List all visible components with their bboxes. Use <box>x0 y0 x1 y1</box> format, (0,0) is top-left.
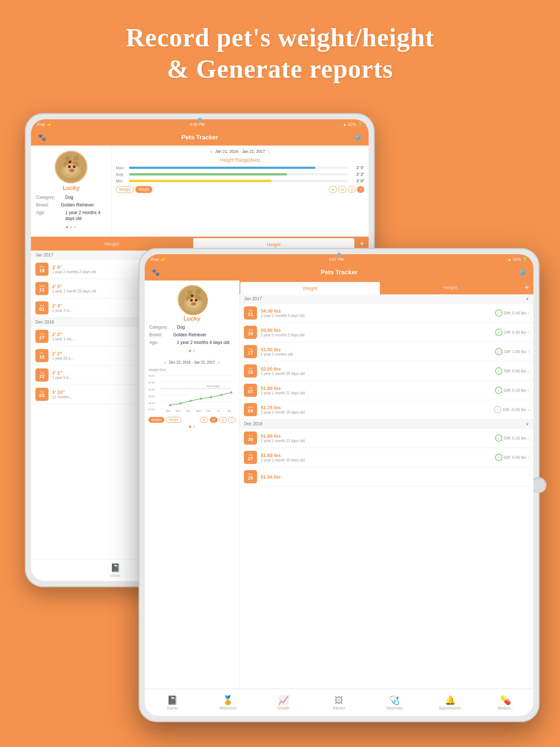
front-value-j1: 53.90 lbs <box>261 328 495 333</box>
back-weight-toggle[interactable]: Weight <box>116 186 134 193</box>
svg-text:Avg Weight: Avg Weight <box>207 385 220 388</box>
front-w-toggle[interactable]: W <box>200 417 209 423</box>
front-dec-chevron[interactable]: ∨ <box>526 421 529 426</box>
back-breed-row: Breed: Golden Retriever <box>36 202 106 208</box>
back-signal-icon: ▲ <box>343 122 347 127</box>
svg-text:Thu: Thu <box>206 410 210 412</box>
front-age-j5: 1 year 1 month 18 days old <box>261 410 494 414</box>
front-appointments-icon: 🔔 <box>445 695 456 705</box>
front-jan-item-0[interactable]: Tue 21 54.30 lbs 1 year 2 months 4 days … <box>240 303 533 323</box>
back-age-value: 1 year 2 months 4 days old <box>65 210 106 222</box>
front-breed-row: Breed: Golden Retriever <box>149 332 235 338</box>
front-m-toggle[interactable]: M <box>210 417 218 423</box>
back-y-toggle[interactable]: Y <box>357 186 364 193</box>
back-status-right: ▲ 52% 🔋 <box>343 122 363 127</box>
front-dow-d0: Fri <box>249 434 252 437</box>
front-jan-item-2[interactable]: Tue 17 53.50 lbs 1 year 2 months old ✓ D… <box>240 342 533 361</box>
front-jan-item-1[interactable]: Thu 19 53.90 lbs 1 year 2 months 2 days … <box>240 323 533 342</box>
front-height-tab[interactable]: Height <box>381 280 520 294</box>
back-w-toggle[interactable]: W <box>329 186 337 193</box>
back-min-label: Min: <box>116 179 126 183</box>
front-nav-albums[interactable]: 🖼 Albums <box>311 689 367 716</box>
back-max-label: Max: <box>116 166 126 170</box>
front-nav-appointments[interactable]: 🔔 Appointments <box>422 689 478 716</box>
svg-text:Wed: Wed <box>196 410 201 412</box>
front-toggle-group: Weight Height W M Q Y <box>148 417 236 423</box>
front-day-d1: 27 <box>248 456 253 461</box>
front-chart-label: Weight (lbs) <box>148 368 236 372</box>
front-settings-icon[interactable]: ⚙️ <box>517 267 528 278</box>
front-category-row: Category: Dog <box>149 324 235 330</box>
front-category-label: Category: <box>149 324 171 330</box>
front-diaries-icon: 📓 <box>167 695 178 705</box>
front-age-j2: 1 year 2 months old <box>261 352 495 356</box>
front-nav-veterinary[interactable]: 🩺 Veterinary <box>367 689 422 716</box>
front-weight-chart: 59.74 57.24 54.74 52.24 49.74 47.24 <box>148 372 232 413</box>
front-check-j0: ✓ <box>495 309 502 317</box>
front-chart-dot-2 <box>193 426 195 428</box>
back-time: 4:08 PM <box>190 122 205 127</box>
back-battery-icon: 🔋 <box>358 122 363 127</box>
back-height-toggle[interactable]: Height <box>135 186 152 193</box>
front-badge-j2: Tue 17 <box>244 345 257 358</box>
back-next-arrow[interactable]: › <box>268 148 270 154</box>
back-settings-icon[interactable]: ⚙️ <box>353 132 363 143</box>
front-jan-chevron[interactable]: ∨ <box>526 296 529 301</box>
front-jan-item-3[interactable]: Sat 15 52.50 lbs 1 year 1 month 29 days … <box>240 361 533 381</box>
back-day-0: 19 <box>39 268 44 273</box>
front-nav-milestones[interactable]: 🏅 Milestones <box>200 689 256 716</box>
back-age-row: Age: 1 year 2 months 4 days old <box>36 210 106 222</box>
front-chevron-j0: › <box>528 311 529 315</box>
back-badge-dec-2: Tue 22 <box>35 368 48 382</box>
front-paw-icon[interactable]: 🐾 <box>151 267 161 278</box>
back-q-toggle[interactable]: Q <box>348 186 355 193</box>
front-y-toggle[interactable]: Y <box>228 417 236 423</box>
back-chart-area: ‹ Jan 21, 2016 - Jan 21, 2017 › Height R… <box>111 146 369 236</box>
front-dow-j3: Sat <box>249 367 253 370</box>
back-add-button[interactable]: + <box>355 239 369 248</box>
back-paw-icon[interactable]: 🐾 <box>37 132 47 143</box>
front-diff-j0: Diff: 0.40 lbs › <box>504 311 529 315</box>
front-jan-header: Jan 2017 ∨ <box>240 294 533 303</box>
front-weight-toggle[interactable]: Weight <box>148 417 164 423</box>
back-jan2017-label: Jan 2017 <box>35 252 53 258</box>
tablet-front: iPad 📶 4:07 PM ▲ 52% 🔋 🐾 Pets Tracker ⚙️ <box>139 248 540 722</box>
front-height-toggle[interactable]: Height <box>166 417 181 423</box>
front-nav-growth[interactable]: 📈 Growth <box>256 689 311 716</box>
front-dec-header: Dec 2016 ∨ <box>240 419 533 429</box>
front-add-button[interactable]: + <box>520 283 533 292</box>
front-dec-item-1[interactable]: Tue 27 51.60 lbs 1 year 1 month 10 days … <box>240 448 533 467</box>
front-ipad-label: iPad <box>151 257 159 262</box>
front-q-toggle[interactable]: Q <box>219 417 227 423</box>
header-line2: & Generate reports <box>0 53 560 85</box>
back-m-toggle[interactable]: M <box>338 186 346 193</box>
back-camera <box>198 118 202 122</box>
front-jan-item-4[interactable]: Sat 07 51.90 lbs 1 year 1 month 21 days … <box>240 381 533 400</box>
front-battery: 52% <box>513 257 521 262</box>
dot-2 <box>70 226 72 228</box>
front-dec-item-0[interactable]: Fri 30 51.80 lbs 1 year 1 month 13 days … <box>240 429 533 448</box>
svg-point-38 <box>190 400 192 402</box>
front-chart-next[interactable]: › <box>218 359 220 365</box>
front-nav-diaries[interactable]: 📓 Diaries <box>145 689 200 716</box>
front-chart-prev[interactable]: ‹ <box>164 359 166 365</box>
back-ipad-label: iPad <box>37 122 45 127</box>
front-chevron-j5: › <box>528 407 529 412</box>
front-content-j3: 52.50 lbs 1 year 1 month 29 days old <box>257 366 495 376</box>
back-prev-arrow[interactable]: ‹ <box>210 148 212 154</box>
svg-point-9 <box>74 155 79 160</box>
back-wifi-icon: 📶 <box>46 122 51 127</box>
front-content-j4: 51.90 lbs 1 year 1 month 21 days old <box>257 386 495 395</box>
header-line1: Record pet's weight/height <box>0 22 560 53</box>
front-nav-medication[interactable]: 💊 Medicat... <box>478 689 533 716</box>
front-dec-item-2[interactable]: Sun 25 51.54 lbs <box>240 467 533 487</box>
back-pet-avatar <box>55 151 88 183</box>
front-content-j0: 54.30 lbs 1 year 2 months 4 days old <box>257 308 495 318</box>
svg-point-5 <box>68 165 71 168</box>
front-jan-item-5[interactable]: Wed 04 51.75 lbs 1 year 1 month 18 days … <box>240 400 533 419</box>
front-weight-tab[interactable]: Weight <box>240 282 380 294</box>
front-diff-text-j2: Diff: 1.00 lbs <box>504 349 526 354</box>
svg-text:Mon: Mon <box>176 410 181 412</box>
front-value-j2: 53.50 lbs <box>261 347 495 352</box>
svg-point-40 <box>210 396 212 398</box>
